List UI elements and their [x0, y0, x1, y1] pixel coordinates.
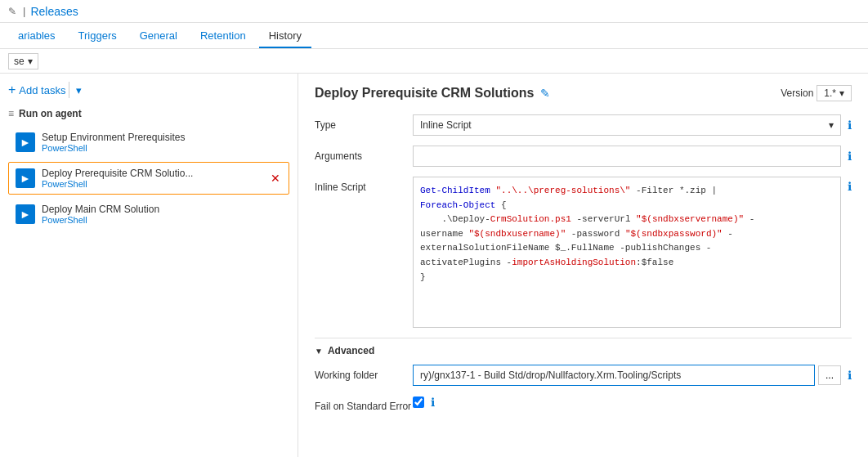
arguments-label: Arguments [315, 146, 413, 162]
releases-title: Releases [30, 5, 78, 18]
task-type-2: PowerShell [42, 179, 269, 189]
panel-edit-icon[interactable]: ✎ [540, 87, 550, 100]
inline-script-label: Inline Script [315, 177, 413, 193]
add-tasks-bar: + Add tasks ▾ [8, 82, 289, 98]
nav-tabs: ariables Triggers General Retention Hist… [0, 23, 868, 49]
sub-toolbar: se ▾ [0, 49, 868, 74]
add-tasks-divider [69, 82, 69, 98]
task-name-1: Setup Environment Prerequisites [42, 132, 282, 143]
version-value-text: 1.* [824, 87, 836, 99]
type-select-chevron: ▾ [829, 119, 834, 131]
type-control: Inline Script ▾ ℹ [413, 114, 852, 136]
fail-on-error-row: Fail on Standard Error ℹ [315, 396, 852, 412]
plus-icon: + [8, 83, 16, 97]
add-tasks-button[interactable]: + Add tasks [8, 83, 65, 97]
collapse-icon[interactable]: ▼ [315, 347, 323, 356]
working-folder-label: Working folder [315, 365, 413, 381]
type-select-value: Inline Script [420, 119, 472, 131]
type-select[interactable]: Inline Script ▾ [413, 114, 841, 136]
arguments-input[interactable] [413, 146, 841, 167]
fail-on-error-control: ℹ [413, 396, 852, 409]
task-info-2: Deploy Prerequisite CRM Solutio... Power… [42, 168, 269, 189]
inline-script-editor[interactable]: Get-ChildItem "..\..\prereg-solutions\" … [413, 177, 841, 328]
advanced-label: Advanced [328, 345, 374, 356]
top-bar: ✎ | Releases [0, 0, 868, 23]
type-row: Type Inline Script ▾ ℹ [315, 114, 852, 136]
tab-retention[interactable]: Retention [190, 25, 256, 48]
task-item-3[interactable]: ► Deploy Main CRM Solution PowerShell [8, 198, 289, 231]
task-item-1[interactable]: ► Setup Environment Prerequisites PowerS… [8, 126, 289, 159]
arguments-row: Arguments ℹ [315, 146, 852, 167]
pencil-icon[interactable]: ✎ [8, 6, 16, 17]
sub-toolbar-label: se [14, 56, 25, 67]
working-folder-input[interactable] [413, 365, 815, 386]
add-tasks-label: Add tasks [19, 84, 65, 96]
fail-on-error-checkbox-wrap [413, 397, 424, 408]
section-icon: ≡ [8, 108, 14, 119]
advanced-header: ▼ Advanced [315, 338, 852, 356]
fail-on-error-label: Fail on Standard Error [315, 396, 413, 412]
version-chevron: ▾ [839, 87, 844, 99]
inline-script-info-icon[interactable]: ℹ [848, 180, 852, 193]
working-folder-control: ... ℹ [413, 365, 852, 386]
version-dropdown[interactable]: 1.* ▾ [817, 85, 852, 101]
add-tasks-chevron[interactable]: ▾ [73, 83, 85, 98]
arguments-info-icon[interactable]: ℹ [848, 150, 852, 163]
task-info-1: Setup Environment Prerequisites PowerShe… [42, 132, 282, 153]
version-selector: Version 1.* ▾ [781, 85, 852, 101]
fail-on-error-checkbox[interactable] [413, 397, 424, 408]
fail-on-error-info-icon[interactable]: ℹ [431, 396, 435, 409]
tab-history[interactable]: History [259, 25, 311, 48]
tab-variables[interactable]: ariables [8, 25, 65, 48]
version-label: Version [781, 87, 813, 99]
tab-triggers[interactable]: Triggers [69, 25, 127, 48]
working-folder-info-icon[interactable]: ℹ [848, 369, 852, 382]
left-panel: + Add tasks ▾ ≡ Run on agent ► Setup Env… [0, 74, 298, 457]
type-label: Type [315, 114, 413, 131]
tab-general[interactable]: General [130, 25, 187, 48]
task-icon-3: ► [16, 204, 35, 224]
inline-script-row: Inline Script Get-ChildItem "..\..\prere… [315, 177, 852, 328]
inline-script-control: Get-ChildItem "..\..\prereg-solutions\" … [413, 177, 852, 328]
task-icon-1: ► [16, 132, 35, 152]
task-icon-2: ► [16, 168, 35, 188]
ellipsis-button[interactable]: ... [818, 365, 841, 385]
panel-header: Deploy Prerequisite CRM Solutions ✎ Vers… [315, 85, 852, 101]
right-panel: Deploy Prerequisite CRM Solutions ✎ Vers… [298, 74, 868, 457]
task-item-2[interactable]: ► Deploy Prerequisite CRM Solutio... Pow… [8, 162, 289, 195]
section-label: Run on agent [19, 108, 82, 119]
advanced-section: ▼ Advanced Working folder ... ℹ Fail on … [315, 338, 852, 412]
task-name-3: Deploy Main CRM Solution [42, 204, 282, 215]
working-folder-row: Working folder ... ℹ [315, 365, 852, 386]
task-type-3: PowerShell [42, 215, 282, 225]
task-info-3: Deploy Main CRM Solution PowerShell [42, 204, 282, 225]
type-info-icon[interactable]: ℹ [848, 119, 852, 132]
separator-icon: | [23, 5, 25, 17]
task-type-1: PowerShell [42, 143, 282, 153]
task-remove-icon[interactable]: ✕ [269, 170, 282, 186]
task-name-2: Deploy Prerequisite CRM Solutio... [42, 168, 269, 179]
panel-title: Deploy Prerequisite CRM Solutions [315, 86, 534, 101]
main-content: + Add tasks ▾ ≡ Run on agent ► Setup Env… [0, 74, 868, 457]
sub-toolbar-dropdown[interactable]: se ▾ [8, 53, 38, 69]
run-on-agent-header: ≡ Run on agent [8, 108, 289, 119]
arguments-control: ℹ [413, 146, 852, 167]
sub-toolbar-chevron: ▾ [28, 56, 33, 67]
